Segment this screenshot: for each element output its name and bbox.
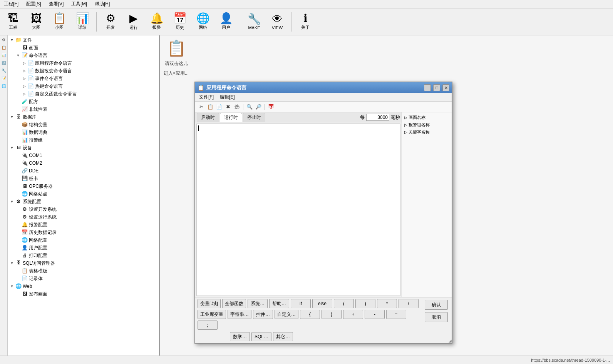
tree-node-commands[interactable]: ▼ 📝 命令语言 — [8, 52, 159, 59]
toolbar-btn-alarm[interactable]: 🔔 报警 — [146, 11, 167, 33]
sidebar-expand-keyword[interactable]: ▷ — [404, 130, 407, 134]
tree-node-user-config[interactable]: 👤 用户配置 — [8, 244, 159, 252]
sidebar-keyword[interactable]: ▷ 关键字名称 — [404, 129, 450, 136]
side-icon-4[interactable]: 🔢 — [1, 60, 7, 66]
tree-node-alarm-config[interactable]: 🔔 报警配置 — [8, 221, 159, 229]
btn-if[interactable]: if — [291, 299, 311, 308]
menu-help[interactable]: 帮助[H] — [92, 0, 112, 8]
dialog-tab-stop[interactable]: 停止时 — [243, 113, 265, 122]
tree-node-sys-config[interactable]: ▼ ⚙ 系统配置 — [8, 198, 159, 205]
expand-sql-manager[interactable]: ▼ — [9, 260, 15, 266]
tree-node-net-config[interactable]: 🌐 网络配置 — [8, 236, 159, 244]
tree-node-web[interactable]: ▼ 🌐 Web — [8, 282, 159, 290]
tree-node-com2[interactable]: 🔌 COM2 — [8, 159, 159, 167]
btn-equals[interactable]: = — [386, 310, 406, 319]
menu-project[interactable]: 工程[F] — [2, 0, 21, 8]
btn-cancel[interactable]: 取消 — [425, 312, 448, 322]
dialog-maximize-btn[interactable]: □ — [433, 84, 440, 91]
btn-lbrace[interactable]: { — [300, 310, 320, 319]
expand-devices[interactable]: ▼ — [9, 145, 15, 150]
btn-control[interactable]: 控件… — [253, 310, 273, 319]
tree-node-table-tpl[interactable]: 📋 表格模板 — [8, 267, 159, 275]
menu-view[interactable]: 查看[V] — [47, 0, 66, 8]
sidebar-expand-screen[interactable]: ▷ — [404, 115, 407, 120]
tree-node-com1[interactable]: 🔌 COM1 — [8, 152, 159, 159]
btn-rbrace[interactable]: } — [322, 310, 342, 319]
dialog-close-btn[interactable]: ✕ — [442, 84, 449, 91]
toolbar-btn-run[interactable]: ▶ 运行 — [123, 11, 144, 33]
dialog-tool-cut[interactable]: ✂ — [198, 103, 205, 111]
expand-commands[interactable]: ▼ — [15, 53, 21, 58]
btn-minus[interactable]: - — [365, 310, 385, 319]
btn-math[interactable]: 数学… — [230, 332, 250, 341]
tree-node-record-body[interactable]: 📄 记录体 — [8, 275, 159, 282]
btn-multiply[interactable]: * — [377, 299, 397, 308]
side-icon-6[interactable]: 📝 — [1, 75, 7, 82]
tree-node-print-config[interactable]: 🖨 打印配置 — [8, 252, 159, 259]
dialog-resize-handle[interactable]: ◢ — [447, 338, 452, 343]
tree-node-nonlinear[interactable]: 📈 非线性表 — [8, 105, 159, 113]
dialog-tab-runtime[interactable]: 运行时 — [220, 113, 242, 122]
toolbar-btn-history[interactable]: 📅 历史 — [169, 11, 191, 33]
tree-node-event-cmd[interactable]: ▷ 📄 事件命令语言 — [8, 75, 159, 82]
expand-data-cmd[interactable]: ▷ — [22, 68, 27, 73]
toolbar-btn-bigmap[interactable]: 🖼 大图 — [25, 11, 47, 33]
btn-system[interactable]: 系统… — [248, 299, 268, 308]
expand-database[interactable]: ▼ — [9, 114, 15, 120]
tree-node-files[interactable]: ▼ 📁 文件 — [8, 36, 159, 44]
expand-web[interactable]: ▼ — [9, 284, 15, 289]
menu-tools[interactable]: 工具[M] — [69, 0, 89, 8]
dialog-tool-copy[interactable]: 📋 — [206, 103, 214, 111]
side-icon-2[interactable]: 📋 — [1, 45, 7, 51]
side-icon-1[interactable]: ⚙ — [1, 37, 7, 43]
toolbar-btn-make[interactable]: 🔧 MAKE — [243, 11, 265, 33]
toolbar-btn-about[interactable]: ℹ 关于 — [295, 11, 316, 33]
tree-node-app-cmd[interactable]: ▷ 📄 应用程序命令语言 — [8, 59, 159, 67]
btn-plus[interactable]: + — [343, 310, 363, 319]
btn-string[interactable]: 字符串… — [228, 310, 251, 319]
tree-node-struct-var[interactable]: 📦 结构变量 — [8, 121, 159, 129]
toolbar-btn-smallmap[interactable]: 📋 小图 — [49, 11, 70, 33]
btn-lparen[interactable]: ( — [334, 299, 354, 308]
dialog-tool-char[interactable]: 字 — [267, 103, 275, 111]
btn-else[interactable]: else — [312, 299, 332, 308]
tree-panel[interactable]: ▼ 📁 文件 🖼 画面 ▼ 📝 命令语言 ▷ 📄 应用程序命令语言 ▷ 📄 数据… — [8, 35, 160, 364]
tree-node-hotkey-cmd[interactable]: ▷ 📄 热键命令语言 — [8, 82, 159, 90]
btn-semicolon[interactable]: ; — [198, 321, 218, 330]
dialog-tool-replace[interactable]: 🔎 — [255, 103, 262, 111]
expand-app-cmd[interactable]: ▷ — [22, 60, 27, 66]
hint-clipboard-icon[interactable]: 📋 — [167, 39, 186, 57]
tree-node-sql-manager[interactable]: ▼ 🗄 SQL访问管理器 — [8, 259, 159, 267]
tree-node-run-sys[interactable]: ⚙ 设置运行系统 — [8, 213, 159, 221]
toolbar-btn-user[interactable]: 👤 用户 — [215, 11, 237, 33]
expand-hotkey-cmd[interactable]: ▷ — [22, 83, 27, 89]
toolbar-btn-view[interactable]: 👁 VIEW — [266, 11, 288, 33]
tree-node-custom-cmd[interactable]: ▷ 📄 自定义函数命令语言 — [8, 90, 159, 98]
dialog-tool-select[interactable]: 选 — [233, 103, 241, 111]
tree-node-hist-data[interactable]: 📅 历史数据记录 — [8, 229, 159, 236]
toolbar-btn-develop[interactable]: ⚙ 开发 — [100, 11, 121, 33]
tree-node-dev-sys[interactable]: ⚙ 设置开发系统 — [8, 205, 159, 213]
dialog-minimize-btn[interactable]: ─ — [424, 84, 431, 91]
dialog-menu-edit[interactable]: 编辑[E] — [218, 94, 236, 101]
dialog-tool-find[interactable]: 🔍 — [246, 103, 253, 111]
expand-custom-cmd[interactable]: ▷ — [22, 91, 27, 97]
expand-files[interactable]: ▼ — [9, 37, 15, 43]
btn-rparen[interactable]: ) — [355, 299, 375, 308]
sidebar-screen-name[interactable]: ▷ 画面名称 — [404, 114, 450, 121]
tree-node-net-station[interactable]: 🌐 网络站点 — [8, 190, 159, 198]
dialog-tool-paste[interactable]: 📄 — [215, 103, 223, 111]
tree-node-dde[interactable]: 🔗 DDE — [8, 167, 159, 175]
toolbar-btn-detail[interactable]: 📊 详细 — [72, 11, 93, 33]
dialog-tool-delete[interactable]: ✖ — [224, 103, 232, 111]
tree-node-screen[interactable]: 🖼 画面 — [8, 44, 159, 52]
btn-help[interactable]: 帮助… — [269, 299, 289, 308]
tree-node-devices[interactable]: ▼ 🖥 设备 — [8, 144, 159, 152]
btn-variable[interactable]: 变量[.域] — [198, 299, 221, 308]
btn-divide[interactable]: / — [399, 299, 419, 308]
side-icon-7[interactable]: 🌐 — [1, 83, 7, 89]
tree-node-opc-server[interactable]: 🖥 OPC服务器 — [8, 182, 159, 190]
tree-node-publish-screen[interactable]: 🖼 发布画面 — [8, 290, 159, 298]
btn-all-func[interactable]: 全部函数 — [222, 299, 246, 308]
side-icon-5[interactable]: 🔧 — [1, 68, 7, 74]
